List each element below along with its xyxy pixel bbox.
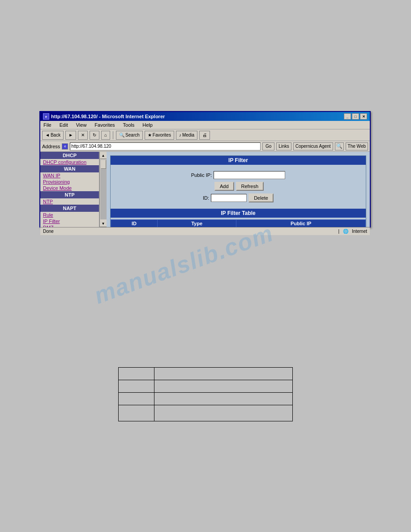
cell-2-1 <box>119 380 154 393</box>
cell-4-2 <box>154 405 293 421</box>
minimize-button[interactable]: _ <box>344 113 351 120</box>
cell-3-1 <box>119 393 154 405</box>
stop-button[interactable]: ✕ <box>78 131 88 140</box>
table-header-id: ID <box>111 220 158 227</box>
address-input[interactable] <box>70 142 261 150</box>
main-panel: IP Filter Public IP: Add Refresh ID: Del <box>107 152 370 227</box>
cell-1-2 <box>154 368 293 380</box>
browser-window: e http://67.104.98.120/ - Microsoft Inte… <box>39 111 371 227</box>
links-button[interactable]: Links <box>276 142 291 150</box>
search-icon: 🔍 <box>335 142 344 150</box>
table-row <box>119 368 293 380</box>
ip-filter-table: ID Type Public IP This setting takes eff… <box>111 219 366 227</box>
status-text: Done <box>43 229 54 234</box>
scroll-down-button[interactable]: ▼ <box>100 220 107 227</box>
title-bar-buttons: _ □ ✕ <box>344 113 367 120</box>
print-button[interactable]: 🖨 <box>199 131 210 140</box>
home-button[interactable]: ⌂ <box>101 131 110 140</box>
title-bar-left: e http://67.104.98.120/ - Microsoft Inte… <box>43 113 165 120</box>
go-button[interactable]: Go <box>262 142 274 150</box>
title-bar: e http://67.104.98.120/ - Microsoft Inte… <box>40 112 370 121</box>
ip-filter-title: IP Filter <box>111 156 366 165</box>
refresh-button[interactable]: Refresh <box>236 182 264 191</box>
sidebar-link-dhcp-config[interactable]: DHCP configuration <box>40 159 99 165</box>
sidebar-link-dmz[interactable]: DMZ <box>40 224 99 227</box>
sidebar-header-dhcp: DHCP <box>40 152 99 159</box>
table-header-type: Type <box>158 220 236 227</box>
menu-tools[interactable]: Tools <box>122 122 136 128</box>
menu-file[interactable]: File <box>42 122 53 128</box>
address-bar: Address e Go Links Copernicus Agent 🔍 Th… <box>40 141 370 152</box>
public-ip-input[interactable] <box>214 171 285 179</box>
favorites-button[interactable]: ★ Favorites <box>145 131 174 140</box>
sidebar: DHCP DHCP configuration WAN WAN IP Provi… <box>40 152 99 227</box>
status-internet-label: Internet <box>352 229 367 234</box>
sidebar-link-ntp[interactable]: NTP <box>40 198 99 205</box>
status-bar-right: | 🌐 Internet <box>338 229 367 234</box>
public-ip-label: Public IP: <box>191 172 212 178</box>
toolbar-separator <box>113 131 113 139</box>
address-label: Address <box>42 144 60 149</box>
bottom-table <box>118 367 293 421</box>
cell-2-2 <box>154 380 293 393</box>
sidebar-header-ntp: NTP <box>40 191 99 198</box>
sidebar-link-wan-ip[interactable]: WAN IP <box>40 172 99 179</box>
table-row <box>119 393 293 405</box>
copernicus-button[interactable]: Copernicus Agent <box>293 142 333 150</box>
scroll-thumb[interactable] <box>101 160 106 169</box>
menu-edit[interactable]: Edit <box>58 122 69 128</box>
add-button[interactable]: Add <box>214 182 234 191</box>
scroll-track <box>100 159 107 219</box>
scroll-up-button[interactable]: ▲ <box>100 152 107 159</box>
forward-button[interactable]: ► <box>65 131 76 140</box>
status-bar: Done | 🌐 Internet <box>40 227 370 235</box>
back-button[interactable]: ◄ Back <box>42 131 64 140</box>
sidebar-scrollbar: ▲ ▼ <box>99 152 107 227</box>
sidebar-scroll: DHCP DHCP configuration WAN WAN IP Provi… <box>40 152 99 227</box>
public-ip-form: Public IP: Add Refresh ID: Delete <box>111 165 366 209</box>
id-input[interactable] <box>211 194 247 202</box>
delete-button[interactable]: Delete <box>248 193 274 202</box>
menu-view[interactable]: View <box>75 122 88 128</box>
sidebar-link-rule[interactable]: Rule <box>40 212 99 218</box>
sidebar-link-device-mode[interactable]: Device Mode <box>40 185 99 191</box>
menu-help[interactable]: Help <box>141 122 154 128</box>
status-divider: | <box>338 229 339 234</box>
maximize-button[interactable]: □ <box>352 113 359 120</box>
browser-icon: e <box>43 113 49 120</box>
menu-favorites[interactable]: Favorites <box>93 122 116 128</box>
ip-filter-box: IP Filter Public IP: Add Refresh ID: Del <box>110 155 366 227</box>
window-title: http://67.104.98.120/ - Microsoft Intern… <box>51 114 165 119</box>
cell-4-1 <box>119 405 154 421</box>
ip-filter-table-title: IP Filter Table <box>111 209 366 218</box>
cell-1-1 <box>119 368 154 380</box>
cell-3-2 <box>154 393 293 405</box>
search-button[interactable]: 🔍 Search <box>116 131 143 140</box>
public-ip-row: Public IP: <box>118 171 359 179</box>
add-refresh-row: Add Refresh <box>118 182 359 191</box>
refresh-button[interactable]: ↻ <box>90 131 99 140</box>
close-button[interactable]: ✕ <box>360 113 367 120</box>
media-button[interactable]: ♪ Media <box>176 131 197 140</box>
sidebar-link-ip-filter[interactable]: IP Filter <box>40 218 99 224</box>
id-label: ID: <box>203 195 209 201</box>
status-internet: 🌐 <box>343 229 348 234</box>
table-header-public-ip: Public IP <box>236 220 366 227</box>
browser-content: DHCP DHCP configuration WAN WAN IP Provi… <box>40 152 370 227</box>
menu-bar: File Edit View Favorites Tools Help <box>40 121 370 129</box>
sidebar-header-napt: NAPT <box>40 205 99 212</box>
sidebar-header-wan: WAN <box>40 165 99 172</box>
address-icon: e <box>62 143 68 150</box>
id-row: ID: Delete <box>118 193 359 202</box>
sidebar-link-provisioning[interactable]: Provisioning <box>40 179 99 185</box>
bottom-table-container <box>118 367 293 421</box>
theweb-button[interactable]: The Web <box>346 142 368 150</box>
table-row <box>119 405 293 421</box>
table-row <box>119 380 293 393</box>
toolbar: ◄ Back ► ✕ ↻ ⌂ 🔍 Search ★ Favorites ♪ Me… <box>40 129 370 141</box>
